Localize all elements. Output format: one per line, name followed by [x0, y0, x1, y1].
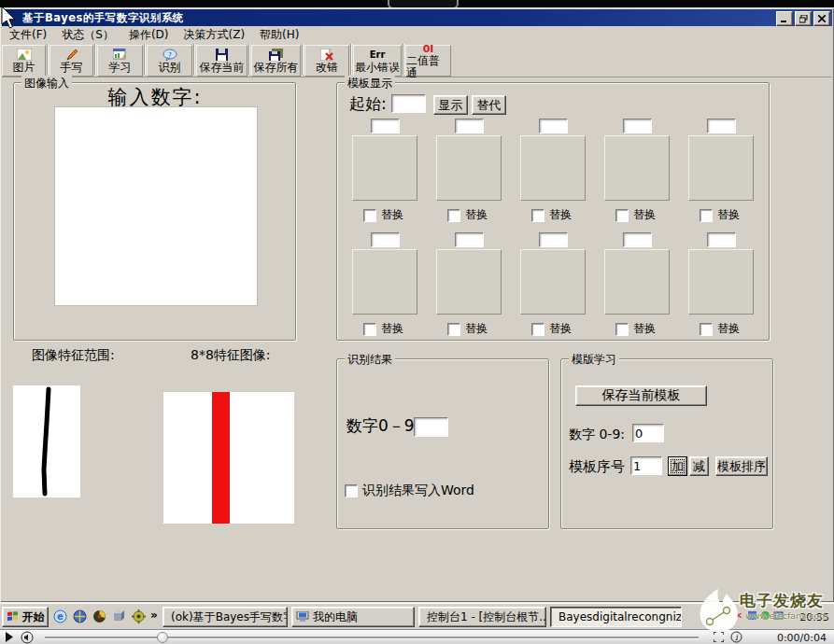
checkbox-icon: [700, 209, 713, 222]
tray-error-icon[interactable]: ✕: [733, 610, 744, 622]
replace-label: 替换: [465, 321, 488, 337]
replace-checkbox[interactable]: 替换: [363, 321, 403, 337]
image-input-groupbox: 图像输入 输入数字:: [13, 82, 296, 341]
task-bayes-app[interactable]: Bayesdigitalrecongnization: [550, 607, 682, 627]
cube-icon[interactable]: [111, 609, 127, 624]
start-index-input[interactable]: [391, 94, 426, 113]
media-player-icon[interactable]: [92, 609, 107, 624]
gear-icon[interactable]: [131, 609, 147, 624]
replace-checkbox[interactable]: 替换: [531, 207, 572, 223]
increment-button[interactable]: 加: [668, 456, 687, 476]
seek-slider-thumb[interactable]: [157, 632, 168, 643]
feature-range-image: [13, 385, 80, 497]
picture-icon: [17, 48, 32, 62]
write-word-checkbox[interactable]: 识别结果写入Word: [345, 483, 474, 499]
template-index-input[interactable]: [623, 119, 652, 133]
template-index-input[interactable]: [455, 232, 484, 247]
replace-checkbox[interactable]: 替换: [363, 207, 403, 223]
close-button[interactable]: [813, 11, 830, 26]
toolbar-learn-button[interactable]: 学习: [97, 45, 143, 77]
menu-decision[interactable]: 决策方式(Z): [177, 25, 253, 45]
toolbar-recognize-label: 识别: [159, 62, 181, 74]
learning-title: 模版学习: [569, 352, 619, 368]
sort-templates-button[interactable]: 模板排序: [715, 456, 768, 476]
replace-all-button[interactable]: 替代: [472, 95, 506, 115]
serial-label: 模板序号: [569, 458, 625, 476]
replace-checkbox[interactable]: 替换: [447, 207, 488, 223]
template-index-input[interactable]: [371, 232, 400, 247]
svg-text:e: e: [57, 611, 64, 622]
toolbar-separator: [193, 44, 195, 75]
decrement-label: 减: [693, 458, 705, 475]
toolbar-binary-button[interactable]: 0I 二值普通: [405, 45, 451, 77]
checkbox-icon: [447, 209, 460, 222]
replace-checkbox[interactable]: 替换: [531, 321, 572, 337]
tray-blue-icon[interactable]: [746, 610, 757, 622]
start-label: 起始:: [349, 93, 387, 115]
toolbar-picture-button[interactable]: 图片: [2, 45, 46, 77]
menu-operation[interactable]: 操作(D): [121, 25, 177, 45]
template-index-input[interactable]: [371, 119, 400, 133]
feature-red-bar: [212, 392, 230, 524]
recognized-digit-input[interactable]: [414, 417, 448, 437]
toolbar-fix-error-button[interactable]: 改错: [304, 45, 349, 77]
svg-text:i: i: [735, 633, 739, 642]
replace-checkbox[interactable]: 替换: [700, 207, 740, 223]
template-index-input[interactable]: [623, 232, 652, 247]
title-bar[interactable]: 基于Bayes的手写数字识别系统: [2, 9, 832, 26]
replace-label: 替换: [633, 207, 656, 223]
checkbox-icon: [447, 323, 460, 336]
fullscreen-icon[interactable]: [714, 632, 724, 644]
toolbar-handwrite-button[interactable]: 手写: [49, 45, 93, 77]
tray-network-icon[interactable]: [772, 610, 784, 622]
decrement-button[interactable]: 减: [689, 456, 709, 476]
template-index-input[interactable]: [707, 119, 736, 133]
restore-button[interactable]: [795, 11, 812, 26]
template-index-input[interactable]: [539, 232, 568, 247]
digit-drawing-canvas[interactable]: [54, 106, 258, 306]
template-index-input[interactable]: [455, 119, 484, 133]
svg-text:?: ?: [168, 50, 172, 58]
toolbar-save-current-button[interactable]: 保存当前: [196, 45, 247, 77]
speaker-icon[interactable]: [21, 631, 34, 644]
minimize-button[interactable]: [776, 11, 793, 26]
template-cell: 替换: [520, 232, 586, 337]
task-console[interactable]: 控制台1 - [控制台根节...: [418, 607, 546, 627]
template-index-input[interactable]: [539, 119, 568, 133]
toolbar-min-error-button[interactable]: Err 最小错误: [353, 45, 402, 77]
toolbar-recognize-button[interactable]: ? 识别: [147, 45, 192, 77]
globe-icon[interactable]: [72, 609, 88, 624]
tray-green-icon[interactable]: [759, 610, 770, 622]
replace-checkbox[interactable]: 替换: [700, 321, 740, 337]
template-image-box: [688, 135, 754, 201]
feature-8x8-image: [163, 392, 294, 524]
start-button[interactable]: 开始: [2, 607, 49, 627]
template-image-box: [436, 249, 502, 315]
menu-status[interactable]: 状态（S）: [54, 25, 121, 45]
task-my-computer[interactable]: 我的电脑: [291, 607, 415, 627]
task-bayes-folder[interactable]: (ok)基于Bayes手写数字...: [163, 607, 288, 627]
learn-icon: [113, 48, 127, 62]
replace-checkbox[interactable]: 替换: [447, 321, 488, 337]
seek-slider-track[interactable]: [45, 637, 699, 639]
quick-launch-overflow-chevron[interactable]: »: [150, 609, 158, 622]
save-current-template-button[interactable]: 保存当前模板: [575, 385, 707, 406]
replace-label: 替换: [549, 207, 572, 223]
toolbar-save-all-button[interactable]: 保存所有: [251, 45, 301, 77]
play-icon[interactable]: [5, 632, 14, 644]
ie-icon[interactable]: e: [52, 609, 68, 624]
serial-input[interactable]: [630, 456, 662, 475]
replace-checkbox[interactable]: 替换: [615, 207, 656, 223]
feature-grid-label: 8*8特征图像:: [191, 347, 271, 364]
screen: 基于Bayes的手写数字识别系统 文件(F) 状态（S） 操作(D) 决策方式(…: [0, 0, 834, 644]
binary-text-icon: 0I: [423, 43, 434, 55]
replace-checkbox[interactable]: 替换: [615, 321, 656, 337]
menu-help[interactable]: 帮助(H): [252, 25, 306, 45]
template-index-input[interactable]: [707, 232, 736, 247]
learning-digit-input[interactable]: [632, 424, 664, 442]
info-icon[interactable]: i: [730, 631, 742, 644]
window-title: 基于Bayes的手写数字识别系统: [22, 11, 184, 25]
show-button[interactable]: 显示: [433, 95, 468, 115]
recognition-title: 识别结果: [345, 352, 395, 368]
task-label: Bayesdigitalrecongnization: [558, 610, 682, 623]
